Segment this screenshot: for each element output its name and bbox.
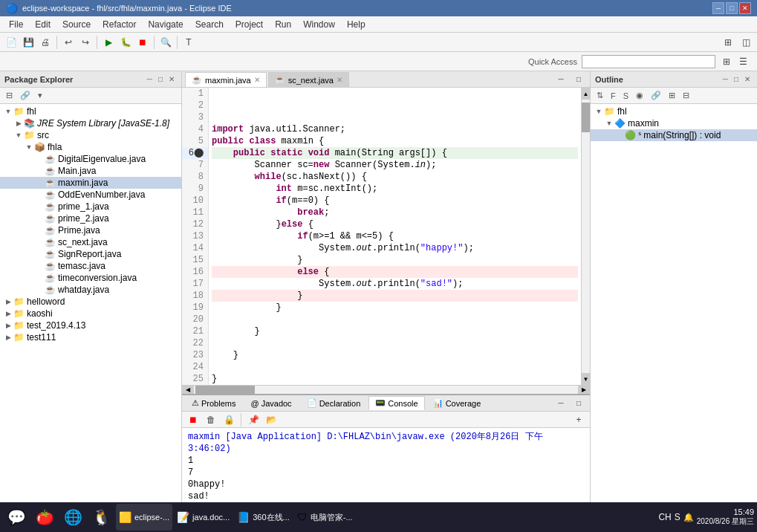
tab-problems[interactable]: ⚠ Problems [185,396,242,410]
hide-static-btn[interactable]: S [620,90,631,102]
redo-button[interactable]: ↪ [77,34,94,51]
tree-item-jre[interactable]: ▶ 📚 JRE System Library [JavaSE-1.8] [0,117,181,129]
outline-main-method[interactable]: 🟢 ˢ main(String[]) : void [591,129,757,141]
scroll-up-btn[interactable]: ▲ [582,88,590,100]
tab-console[interactable]: 📟 Console [368,396,424,410]
tree-item-main[interactable]: ☕ Main.java [0,165,181,177]
editor-maximize-btn[interactable]: □ [571,71,587,87]
collapse-all-btn[interactable]: ⊟ [3,89,16,102]
menu-refactor[interactable]: Refactor [97,18,142,31]
open-type-button[interactable]: T [181,34,197,51]
outline-maximize-btn[interactable]: □ [732,74,741,84]
scroll-thumb[interactable] [582,103,590,132]
panel-minimize-btn[interactable]: ─ [145,74,155,84]
taskbar-youdan[interactable]: 🍅 [31,504,58,531]
run-button[interactable]: ▶ [100,34,117,51]
menu-source[interactable]: Source [56,18,97,31]
tree-item-signreport[interactable]: ☕ SignReport.java [0,248,181,260]
new-button[interactable]: 📄 [3,34,19,51]
tab-declaration[interactable]: 📄 Declaration [300,396,368,410]
perspective-button[interactable]: ⊞ [720,34,736,51]
expand-all-btn[interactable]: ⊞ [666,89,678,102]
tree-item-oddeven[interactable]: ☕ OddEvenNumber.java [0,189,181,201]
menu-search[interactable]: Search [189,18,230,31]
undo-button[interactable]: ↩ [60,34,77,51]
console-maximize-btn[interactable]: □ [571,395,587,412]
debug-button[interactable]: 🐛 [117,34,134,51]
open-perspective-button[interactable]: ⊞ [718,53,735,70]
view-menu-btn[interactable]: ▾ [35,89,45,102]
open-view-button[interactable]: ☰ [735,53,751,70]
tree-item-temasc[interactable]: ☕ temasc.java [0,260,181,272]
minimize-button[interactable]: ─ [712,2,724,14]
tab-javadoc[interactable]: @ Javadoc [244,397,298,410]
menu-edit[interactable]: Edit [29,18,56,31]
scroll-lock-btn[interactable]: 🔒 [221,412,237,428]
hide-fields-btn[interactable]: F [608,90,619,102]
code-content[interactable]: import java.util.Scanner; public class m… [209,88,581,385]
tree-item-kaoshi[interactable]: ▶ 📁 kaoshi [0,308,181,319]
taskbar-ime[interactable]: S [675,512,680,522]
editor-vscrollbar[interactable]: ▲ ▼ [581,88,590,385]
taskbar-360[interactable]: 🛡 电脑管家-... [294,504,356,531]
save-button[interactable]: 💾 [20,34,36,51]
tree-item-scnext[interactable]: ☕ sc_next.java [0,236,181,248]
menu-help[interactable]: Help [341,18,371,31]
taskbar-lang[interactable]: CH [658,512,671,522]
outline-maxmin[interactable]: ▼ 🔷 maxmin [591,117,757,129]
quick-access-input[interactable] [582,55,715,68]
stop-console-btn[interactable]: ⏹ [185,412,201,428]
menu-run[interactable]: Run [269,18,297,31]
code-editor[interactable]: 1 2 3 4 5 6⬤ 7 8 9 10 11 12 13 14 15 16 [182,88,590,385]
hide-nonpublic-btn[interactable]: ◉ [633,89,646,102]
tab-coverage[interactable]: 📊 Coverage [426,396,488,410]
open-console-btn[interactable]: 📂 [263,412,279,428]
taskbar-wechat[interactable]: 💬 [3,504,30,531]
tree-item-timeconversion[interactable]: ☕ timeconversion.java [0,272,181,284]
tree-item-prime1[interactable]: ☕ prime_1.java [0,201,181,213]
taskbar-clock[interactable]: 15:49 2020/8/26 星期三 [697,507,754,527]
hscroll-left-btn[interactable]: ◀ [182,386,194,394]
tree-item-test2019[interactable]: ▶ 📁 test_2019.4.13 [0,319,181,331]
tab-scnext[interactable]: ☕ sc_next.java ✕ [268,72,349,87]
hscroll-thumb[interactable] [195,386,255,394]
tree-item-fhla[interactable]: ▼ 📦 fhla [0,141,181,153]
editor-hscrollbar[interactable]: ◀ ▶ [182,385,590,394]
link-editor-btn[interactable]: 🔗 [17,89,33,102]
outline-minimize-btn[interactable]: ─ [721,74,730,84]
search-toolbar-button[interactable]: 🔍 [157,34,174,51]
menu-window[interactable]: Window [297,18,341,31]
scroll-down-btn[interactable]: ▼ [582,373,590,385]
outline-close-btn[interactable]: ✕ [742,74,753,84]
hscroll-right-btn[interactable]: ▶ [578,386,590,394]
tree-item-maxmin[interactable]: ☕ maxmin.java [0,177,181,189]
sort-btn[interactable]: ⇅ [594,89,606,102]
tree-item-helloword[interactable]: ▶ 📁 helloword [0,296,181,308]
tree-item-fhl[interactable]: ▼ 📁 fhl [0,106,181,117]
clear-console-btn[interactable]: 🗑 [203,412,219,428]
views-button[interactable]: ◫ [738,34,754,51]
close-button[interactable]: ✕ [739,2,751,14]
tree-item-test111[interactable]: ▶ 📁 test111 [0,331,181,343]
tree-item-src[interactable]: ▼ 📁 src [0,129,181,141]
taskbar-qq[interactable]: 🐧 [88,504,114,531]
menu-navigate[interactable]: Navigate [142,18,189,31]
print-button[interactable]: 🖨 [37,34,53,51]
menu-file[interactable]: File [3,18,29,31]
new-console-btn[interactable]: + [571,412,587,428]
console-minimize-btn[interactable]: ─ [553,395,569,412]
taskbar-wpsdocs[interactable]: 📝 java.doc... [174,504,233,531]
tab-maxmin[interactable]: ☕ maxmin.java ✕ [185,72,267,87]
collapse-outline-btn[interactable]: ⊟ [680,89,692,102]
tree-item-digitaleigenvalue[interactable]: ☕ DigitalEigenvalue.java [0,153,181,165]
pin-console-btn[interactable]: 📌 [245,412,261,428]
menu-project[interactable]: Project [230,18,269,31]
panel-close-btn[interactable]: ✕ [166,74,177,84]
taskbar-word[interactable]: 📘 360在线... [234,504,293,531]
tree-item-whatday[interactable]: ☕ whatday.java [0,284,181,296]
tab-maxmin-close[interactable]: ✕ [254,76,260,84]
editor-minimize-btn[interactable]: ─ [553,71,569,87]
sync-btn[interactable]: 🔗 [648,89,664,102]
stop-button[interactable]: ⏹ [134,34,151,51]
tab-scnext-close[interactable]: ✕ [337,76,342,84]
